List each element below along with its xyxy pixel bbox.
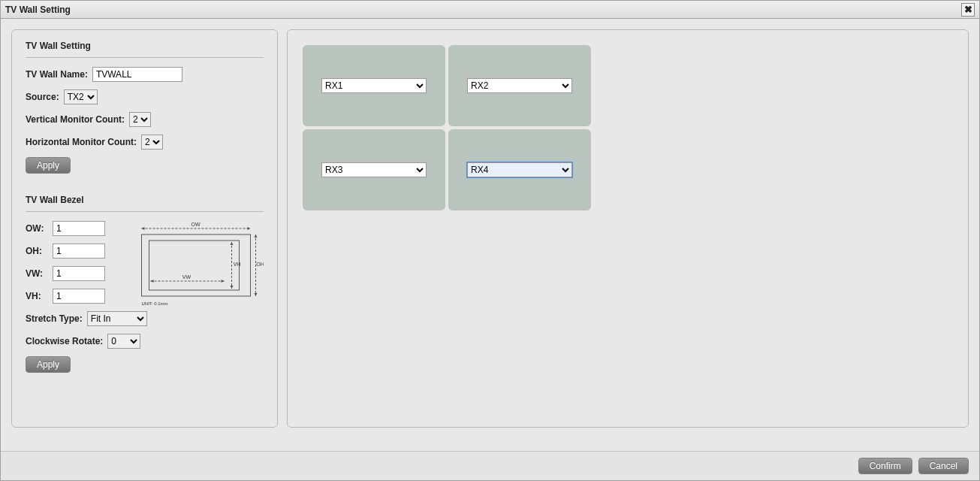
dialog-footer: Confirm Cancel (1, 451, 979, 480)
svg-marker-10 (222, 280, 225, 283)
vh-label: VH: (26, 291, 48, 301)
diagram-ow-label: OW (191, 222, 200, 227)
vh-input[interactable] (53, 289, 105, 304)
svg-marker-13 (231, 286, 234, 289)
ow-label: OW: (26, 223, 48, 234)
confirm-button[interactable]: Confirm (858, 458, 912, 474)
apply-settings-button[interactable]: Apply (26, 157, 71, 174)
dialog-title: TV Wall Setting (5, 5, 71, 15)
monitor-select-1[interactable]: RX2 (467, 78, 572, 93)
ow-input[interactable] (53, 221, 105, 236)
vertical-count-label: Vertical Monitor Count: (26, 114, 125, 125)
settings-section-title: TV Wall Setting (26, 41, 264, 58)
source-label: Source: (26, 92, 59, 102)
tv-wall-dialog: TV Wall Setting ✖ TV Wall Setting TV Wal… (0, 0, 980, 481)
svg-marker-9 (151, 280, 154, 283)
tv-wall-name-input[interactable] (92, 67, 182, 82)
svg-rect-7 (149, 240, 240, 290)
monitor-select-2[interactable]: RX3 (321, 162, 427, 177)
bezel-section-title: TV Wall Bezel (26, 195, 264, 212)
svg-marker-12 (231, 242, 234, 245)
cancel-button[interactable]: Cancel (918, 458, 969, 474)
diagram-oh-label: OH (256, 262, 264, 267)
monitor-cell-3: RX4 (448, 129, 591, 210)
bezel-diagram: OW OH VW (132, 221, 264, 311)
monitor-select-3[interactable]: RX4 (467, 162, 572, 177)
source-select[interactable]: TX2 (64, 89, 98, 104)
monitor-cell-0: RX1 (303, 45, 445, 126)
close-icon[interactable]: ✖ (961, 3, 975, 17)
tv-wall-name-label: TV Wall Name: (26, 69, 88, 80)
horizontal-count-label: Horizontal Monitor Count: (26, 137, 137, 147)
diagram-vh-label: VH (234, 262, 241, 267)
titlebar: TV Wall Setting ✖ (1, 1, 979, 19)
dialog-body: TV Wall Setting TV Wall Name: Source: TX… (1, 19, 979, 451)
monitor-select-0[interactable]: RX1 (321, 78, 427, 93)
svg-marker-1 (142, 227, 145, 230)
vw-input[interactable] (53, 266, 105, 281)
monitor-cell-1: RX2 (448, 45, 591, 126)
rotate-select[interactable]: 0 (107, 334, 140, 349)
monitor-grid-panel: RX1 RX2 RX3 RX4 (287, 29, 969, 428)
apply-bezel-button[interactable]: Apply (26, 356, 71, 373)
diagram-vw-label: VW (182, 274, 191, 280)
vertical-count-select[interactable]: 2 (129, 112, 151, 127)
vw-label: VW: (26, 268, 48, 279)
oh-input[interactable] (53, 244, 105, 259)
diagram-unit-label: UNIT: 0.1mm (142, 301, 168, 306)
rotate-label: Clockwise Rotate: (26, 336, 103, 346)
svg-marker-2 (248, 227, 251, 230)
monitor-cell-2: RX3 (303, 129, 445, 210)
stretch-type-select[interactable]: Fit In (87, 311, 147, 326)
stretch-type-label: Stretch Type: (26, 313, 83, 324)
monitor-grid: RX1 RX2 RX3 RX4 (303, 45, 953, 210)
settings-panel: TV Wall Setting TV Wall Name: Source: TX… (11, 29, 278, 428)
horizontal-count-select[interactable]: 2 (141, 135, 163, 150)
svg-marker-5 (255, 293, 258, 296)
svg-marker-4 (255, 234, 258, 237)
oh-label: OH: (26, 246, 48, 256)
